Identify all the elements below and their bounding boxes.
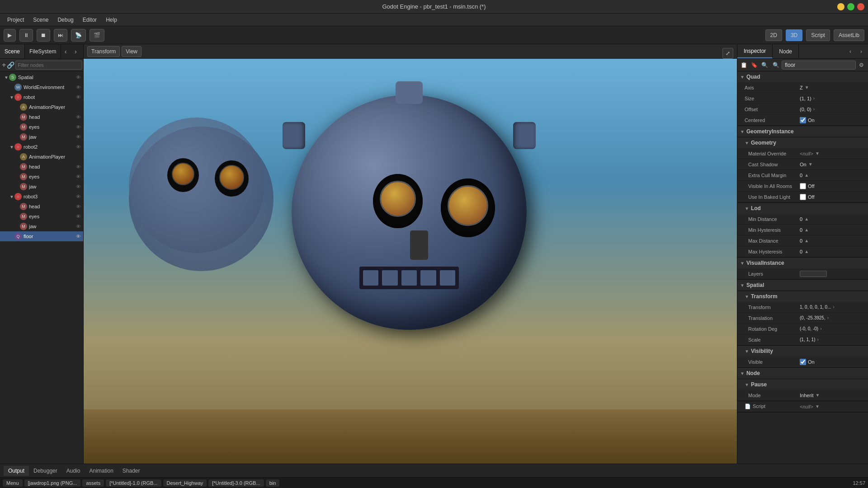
visible-checkbox[interactable]: [800, 359, 806, 365]
eye-robot-eyes[interactable]: 👁: [74, 124, 82, 130]
section-header-node[interactable]: ▼ Node: [737, 368, 868, 379]
axis-dropdown-btn[interactable]: ▼: [805, 85, 809, 90]
section-header-spatial[interactable]: ▼ Spatial: [737, 280, 868, 291]
play-button[interactable]: ▶: [4, 29, 16, 42]
script-button[interactable]: Script: [806, 29, 830, 41]
assetlib-button[interactable]: AssetLib: [834, 29, 864, 41]
section-header-geometry-instance[interactable]: ▼ GeometryInstance: [737, 126, 868, 137]
offset-expand-btn[interactable]: ›: [813, 107, 815, 112]
menu-project[interactable]: Project: [4, 16, 28, 24]
tree-item-robot3-eyes[interactable]: M eyes 👁: [0, 211, 83, 221]
tab-audio[interactable]: Audio: [62, 466, 85, 476]
scale-expand[interactable]: ›: [817, 337, 818, 342]
remote-button[interactable]: 📡: [71, 29, 86, 42]
maximize-button[interactable]: [847, 3, 854, 10]
menu-help[interactable]: Help: [102, 16, 121, 24]
tree-item-robot[interactable]: ▼ ○ robot 👁: [0, 92, 83, 102]
tab-debugger[interactable]: Debugger: [29, 466, 62, 476]
layers-visual[interactable]: [800, 271, 827, 277]
stop-button[interactable]: ⏹: [37, 29, 50, 42]
eye-worldenv[interactable]: 👁: [74, 84, 82, 90]
eye-robot2-head[interactable]: 👁: [74, 164, 82, 169]
min-distance-up[interactable]: ▲: [804, 216, 809, 221]
scene-nav-right[interactable]: ›: [71, 47, 80, 56]
tab-filesystem[interactable]: FileSystem: [25, 44, 61, 58]
eye-robot2-jaw[interactable]: 👁: [74, 184, 82, 189]
material-override-dropdown[interactable]: ▼: [815, 151, 820, 156]
add-node-button[interactable]: +: [2, 61, 6, 70]
menu-editor[interactable]: Editor: [79, 16, 100, 24]
3d-mode-button[interactable]: 3D: [786, 29, 802, 41]
eye-robot2[interactable]: 👁: [74, 144, 82, 150]
tree-item-worldenv[interactable]: W WorldEnvironment 👁: [0, 82, 83, 92]
section-header-lod[interactable]: ▼ Lod: [737, 203, 868, 214]
scene-search-input[interactable]: [15, 61, 82, 70]
tree-item-robot-eyes[interactable]: M eyes 👁: [0, 122, 83, 132]
taskbar-assets[interactable]: assets: [82, 479, 104, 487]
view-btn[interactable]: View: [122, 46, 142, 57]
tab-shader[interactable]: Shader: [118, 466, 145, 476]
section-header-transform[interactable]: ▼ Transform: [737, 291, 868, 302]
script-dropdown[interactable]: ▼: [815, 404, 820, 409]
section-header-visibility[interactable]: ▼ Visibility: [737, 346, 868, 357]
tree-item-robot2[interactable]: ▼ ○ robot2 👁: [0, 142, 83, 152]
taskbar-desert[interactable]: Desert_Highway: [163, 479, 207, 487]
pause-button[interactable]: ⏸: [19, 29, 33, 42]
transform-btn[interactable]: Transform: [87, 46, 120, 57]
tree-item-robot3-head[interactable]: M head 👁: [0, 202, 83, 211]
eye-robot2-eyes[interactable]: 👁: [74, 174, 82, 179]
viewport[interactable]: Transform View: [84, 44, 737, 464]
taskbar-jawdrop[interactable]: [jawdrop1.png (PNG...: [24, 479, 81, 487]
tree-item-robot-head[interactable]: M head 👁: [0, 112, 83, 122]
tab-node[interactable]: Node: [773, 44, 799, 58]
eye-robot3-eyes[interactable]: 👁: [74, 214, 82, 219]
tree-item-robot2-jaw[interactable]: M jaw 👁: [0, 182, 83, 192]
section-header-visual-instance[interactable]: ▼ VisualInstance: [737, 258, 868, 268]
tab-inspector[interactable]: Inspector: [737, 44, 773, 58]
cast-shadow-dropdown[interactable]: ▼: [808, 162, 813, 167]
2d-mode-button[interactable]: 2D: [765, 29, 782, 41]
extra-cull-up[interactable]: ▲: [804, 173, 809, 178]
insp-bookmark-btn[interactable]: 🔖: [750, 60, 759, 70]
insp-history-btn[interactable]: 📋: [739, 60, 749, 70]
movie-button[interactable]: 🎬: [90, 29, 104, 42]
pause-mode-dropdown[interactable]: ▼: [816, 393, 820, 398]
taskbar-untitled1[interactable]: [*Untitled]-1.0 (RGB...: [106, 479, 161, 487]
eye-robot-head[interactable]: 👁: [74, 114, 82, 120]
node-name-input[interactable]: [782, 61, 856, 70]
taskbar-menu[interactable]: Menu: [3, 479, 23, 487]
max-hysteresis-up[interactable]: ▲: [804, 249, 809, 254]
transform-expand[interactable]: ›: [833, 305, 835, 310]
centered-checkbox[interactable]: [800, 117, 806, 123]
section-header-quad[interactable]: ▼ Quad: [737, 71, 868, 82]
menu-debug[interactable]: Debug: [54, 16, 77, 24]
section-header-pause[interactable]: ▼ Pause: [737, 379, 868, 390]
visible-all-rooms-checkbox[interactable]: [800, 183, 806, 189]
tab-output[interactable]: Output: [4, 466, 29, 476]
eye-robot3-jaw[interactable]: 👁: [74, 224, 82, 229]
translation-expand[interactable]: ›: [827, 315, 829, 320]
insp-nav-fwd[interactable]: ›: [856, 47, 866, 56]
tab-scene[interactable]: Scene: [0, 44, 25, 58]
insp-search-icon[interactable]: 🔍: [771, 60, 781, 70]
section-header-geometry[interactable]: ▼ Geometry: [737, 137, 868, 148]
tree-item-robot3-jaw[interactable]: M jaw 👁: [0, 221, 83, 231]
close-button[interactable]: [857, 3, 864, 10]
use-baked-light-checkbox[interactable]: [800, 194, 806, 200]
eye-floor[interactable]: 👁: [74, 234, 82, 239]
taskbar-bin[interactable]: bin: [266, 479, 280, 487]
eye-robot-jaw[interactable]: 👁: [74, 134, 82, 140]
tree-item-spatial[interactable]: ▼ S Spatial 👁: [0, 72, 83, 82]
tree-item-robot3[interactable]: ▼ ○ robot3 👁: [0, 192, 83, 202]
rotation-expand[interactable]: ›: [820, 326, 821, 331]
step-button[interactable]: ⏭: [54, 29, 67, 42]
tree-item-robot2-head[interactable]: M head 👁: [0, 162, 83, 172]
minimize-button[interactable]: [837, 3, 844, 10]
tree-item-robot2-anim[interactable]: A AnimationPlayer: [0, 152, 83, 162]
tree-item-robot-jaw[interactable]: M jaw 👁: [0, 132, 83, 142]
scene-nav-left[interactable]: ‹: [61, 47, 70, 56]
tab-animation[interactable]: Animation: [85, 466, 118, 476]
eye-robot3-head[interactable]: 👁: [74, 204, 82, 209]
eye-spatial[interactable]: 👁: [74, 75, 82, 80]
menu-scene[interactable]: Scene: [29, 16, 52, 24]
